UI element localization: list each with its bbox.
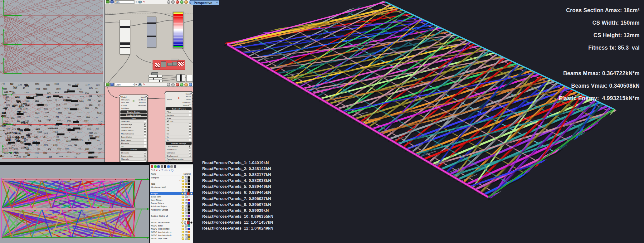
checkbox[interactable] [189, 136, 191, 138]
layer-color-swatch[interactable] [188, 215, 190, 217]
checkbox[interactable] [189, 126, 191, 129]
display-shaded-green-icon[interactable] [180, 83, 183, 86]
layer-row[interactable]: Axis Border Stripes [150, 208, 193, 211]
layer-visibility-bulb-icon[interactable] [182, 186, 184, 188]
panel-tab-icon[interactable] [170, 165, 173, 168]
layer-visibility-bulb-icon[interactable] [182, 196, 184, 198]
layer-lock-icon[interactable] [185, 177, 187, 179]
panel-tab-icon[interactable] [167, 165, 170, 168]
output-pin[interactable] [146, 95, 148, 97]
layer-visibility-bulb-icon[interactable] [182, 183, 184, 185]
layer-row[interactable]: BASE layer [150, 195, 193, 198]
save-icon[interactable] [110, 0, 114, 3]
layer-lock-icon[interactable] [184, 221, 186, 224]
checkbox[interactable] [144, 120, 146, 123]
layer-row[interactable]: Inner Stripes [150, 198, 193, 202]
gh-panel-component-1[interactable] [120, 20, 130, 55]
layer-divider-row[interactable]: -----------✓ [150, 179, 193, 182]
save-icon[interactable] [110, 83, 114, 86]
layer-divider-row[interactable]: ----------- [150, 211, 193, 214]
layer-row[interactable]: NODO_loop laterale sx [150, 231, 193, 234]
layer-row[interactable]: Membrane_MAP [150, 186, 193, 189]
merge-component[interactable] [176, 74, 185, 82]
layer-color-swatch[interactable] [188, 208, 190, 211]
radio-button[interactable] [144, 158, 146, 160]
checkbox[interactable] [144, 133, 146, 135]
layer-lock-icon[interactable] [184, 192, 186, 195]
section-header[interactable]: Tags [120, 117, 147, 119]
layer-lock-icon[interactable] [185, 209, 187, 211]
zoom-extents-icon[interactable]: ⌖ [135, 83, 137, 86]
layer-visibility-bulb-icon[interactable] [182, 225, 184, 227]
colour-option-row[interactable]: Cross sections [120, 154, 147, 158]
output-panel-component[interactable] [186, 75, 193, 82]
section-header[interactable]: Render Settings [120, 114, 147, 116]
tag-option-row[interactable]: Material names [120, 132, 147, 135]
radio-button[interactable] [167, 120, 169, 123]
tag-option-row[interactable]: Node tags [120, 120, 147, 123]
layer-visibility-bulb-icon[interactable] [182, 228, 184, 230]
layer-row[interactable]: Viewport [150, 176, 193, 179]
display-off-icon[interactable] [167, 83, 170, 86]
gray-component[interactable] [151, 72, 158, 75]
display-shaded-green-icon[interactable] [180, 0, 183, 4]
layer-divider-row[interactable]: ----------- [150, 218, 193, 221]
layers-toolbar-icon[interactable]: ▽ [161, 169, 163, 172]
layer-row[interactable]: NODO_bordi [150, 224, 193, 227]
tag-option-row[interactable]: Elements [120, 142, 147, 145]
layer-row[interactable]: NODO_fasce interne [150, 221, 193, 224]
layer-color-swatch[interactable] [187, 221, 190, 224]
input-pin[interactable] [119, 95, 121, 97]
layer-visibility-bulb-icon[interactable] [182, 180, 184, 182]
zoom-level-select[interactable]: 55%▾ [115, 0, 134, 4]
display-shaded-red-icon[interactable] [176, 83, 179, 86]
display-shaded-orange-icon[interactable] [184, 0, 188, 4]
layer-lock-icon[interactable] [185, 238, 187, 240]
section-header[interactable]: Display Scales [120, 110, 147, 113]
layers-toolbar-icon[interactable]: ▲ [159, 169, 161, 172]
layers-toolbar-icon[interactable]: ⧉ [154, 169, 155, 172]
layers-toolbar-icon[interactable]: ▷ [166, 169, 168, 172]
colour-option-row[interactable]: Elements [120, 151, 147, 154]
radio-button[interactable] [189, 155, 191, 157]
gray-component[interactable] [172, 62, 177, 66]
section-force-row[interactable]: Vz [165, 139, 192, 142]
viewport-top-left-wireframe[interactable] [0, 0, 105, 82]
layer-lock-icon[interactable] [185, 206, 187, 208]
render-setting-row[interactable]: Faces/Cross section [165, 158, 192, 161]
colour-option-row[interactable]: Materials [120, 158, 147, 161]
layer-lock-icon[interactable] [185, 186, 187, 188]
layers-toolbar-icon[interactable]: ◯ [171, 169, 173, 172]
layer-visibility-bulb-icon[interactable] [182, 208, 184, 211]
layer-color-swatch[interactable] [188, 224, 190, 227]
checkbox[interactable] [144, 123, 146, 126]
hatched-component[interactable] [177, 61, 184, 66]
grasshopper-canvas-1-area[interactable] [105, 4, 193, 83]
layer-color-swatch[interactable] [188, 205, 190, 208]
open-file-icon[interactable] [106, 83, 110, 86]
gray-component[interactable] [161, 61, 166, 67]
layer-color-swatch[interactable] [188, 231, 190, 234]
layer-visibility-bulb-icon[interactable] [182, 212, 184, 214]
radio-button[interactable] [189, 148, 191, 151]
checkbox[interactable] [189, 139, 191, 141]
open-file-icon[interactable] [106, 0, 110, 3]
layer-color-swatch[interactable] [188, 199, 190, 202]
tag-option-row[interactable]: Load values [120, 139, 147, 142]
layer-row[interactable]: NODO_layer base [150, 237, 193, 240]
gray-component[interactable] [167, 63, 172, 66]
display-wire-icon[interactable] [171, 0, 175, 4]
tag-option-row[interactable]: CroSec names [120, 129, 147, 132]
viewport-bottom-left-plan[interactable] [0, 164, 149, 243]
section-header[interactable]: Colours [120, 148, 147, 151]
layer-color-swatch[interactable] [188, 186, 190, 189]
layer-row[interactable]: NODO_loop centrale [150, 227, 193, 231]
layer-visibility-bulb-icon[interactable] [182, 189, 184, 192]
section-header[interactable]: Section Forces [166, 107, 192, 110]
layer-lock-icon[interactable] [185, 180, 187, 182]
render-setting-row[interactable]: Utilization [165, 151, 192, 154]
layer-lock-icon[interactable] [185, 202, 187, 204]
layer-color-swatch[interactable] [188, 189, 190, 192]
gradient-legend-component[interactable] [173, 12, 184, 48]
layers-toolbar-icon[interactable]: Y [169, 169, 170, 172]
